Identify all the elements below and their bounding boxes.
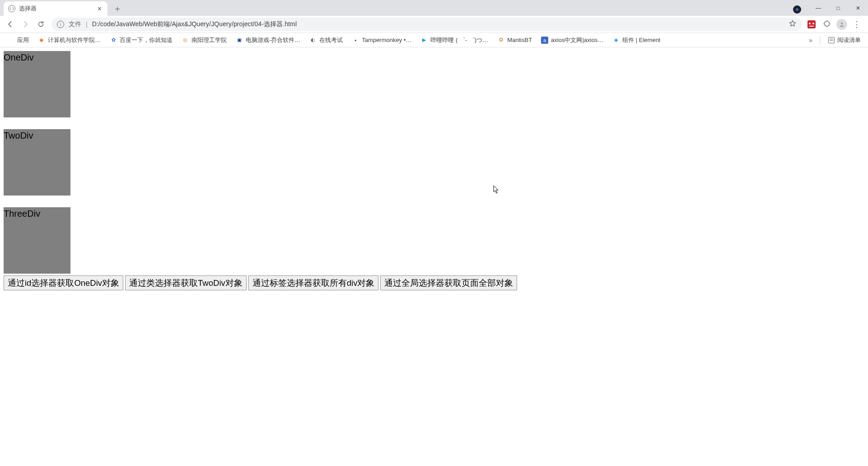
tab-title: 选择器 — [19, 5, 92, 13]
bookmark-label: Tampermonkey •… — [362, 37, 411, 43]
forward-button[interactable] — [18, 17, 33, 32]
person-icon — [838, 21, 845, 28]
close-tab-button[interactable]: ✕ — [96, 5, 103, 12]
bookmark-favicon-icon: ◆ — [612, 37, 620, 44]
window-controls: — □ ✕ — [793, 0, 868, 16]
bookmark-label: axios中文网|axios… — [551, 36, 603, 44]
back-button[interactable] — [3, 17, 17, 32]
bookmark-item[interactable]: a axios中文网|axios… — [537, 34, 607, 46]
bookmark-item[interactable]: ◐ 在线考试 — [306, 34, 346, 46]
browser-tab[interactable]: 选择器 ✕ — [4, 1, 107, 16]
url-separator: | — [86, 21, 88, 28]
svg-point-0 — [841, 22, 843, 24]
bookmark-label: 在线考试 — [319, 36, 343, 44]
extensions-button[interactable] — [821, 19, 833, 30]
account-indicator-icon[interactable] — [793, 5, 801, 14]
one-div: OneDiv — [4, 51, 70, 117]
div-text: TwoDiv — [4, 129, 33, 141]
apps-grid-icon — [7, 37, 14, 44]
select-by-class-button[interactable]: 通过类选择器获取TwoDiv对象 — [125, 275, 247, 290]
site-info-icon[interactable]: i — [57, 21, 64, 28]
three-div: ThreeDiv — [4, 207, 70, 274]
bookmark-label: 百度一下，你就知道 — [120, 36, 173, 44]
div-text: ThreeDiv — [4, 207, 40, 219]
reading-list-label: 阅读清单 — [837, 36, 861, 44]
extension-noscript-button[interactable] — [806, 19, 817, 30]
reading-list-icon — [828, 37, 835, 43]
address-bar[interactable]: i 文件 | D:/code/JavaWeb/Web前端/Ajax&JQuery… — [51, 18, 802, 31]
reading-list-button[interactable]: 阅读清单 — [825, 34, 864, 46]
bookmark-favicon-icon: ✪ — [497, 37, 504, 44]
bookmark-label: 南阳理工学院 — [191, 36, 227, 44]
window-maximize-button[interactable]: □ — [828, 1, 848, 15]
bookmark-favicon-icon: ▪ — [352, 37, 359, 44]
noscript-icon — [807, 20, 816, 28]
bookmark-item[interactable]: ◎ 南阳理工学院 — [178, 34, 230, 46]
url-text: D:/code/JavaWeb/Web前端/Ajax&JQuery/JQuery… — [92, 20, 297, 28]
puzzle-icon — [823, 20, 831, 28]
chrome-menu-button[interactable]: ⋮ — [851, 19, 863, 29]
bookmark-label: 哔哩哔哩 ( ゜- ゜)つ… — [430, 36, 488, 44]
bookmark-label: 电脑游戏-乔合软件… — [246, 36, 300, 44]
window-tabstrip: 选择器 ✕ ＋ — □ ✕ — [0, 0, 868, 16]
globe-icon — [8, 5, 15, 12]
bookmark-favicon-icon: ◐ — [309, 37, 317, 44]
two-div: TwoDiv — [4, 129, 70, 196]
arrow-right-icon — [22, 20, 29, 28]
bookmarks-bar: 应用 ◉ 计算机与软件学院… ✿ 百度一下，你就知道 ◎ 南阳理工学院 ▣ 电脑… — [0, 33, 868, 47]
window-minimize-button[interactable]: — — [808, 1, 828, 15]
button-row: 通过id选择器获取OneDiv对象 通过类选择器获取TwoDiv对象 通过标签选… — [4, 275, 864, 290]
window-close-button[interactable]: ✕ — [848, 1, 868, 15]
bookmark-item[interactable]: ◆ 组件 | Element — [609, 34, 664, 46]
select-by-id-button[interactable]: 通过id选择器获取OneDiv对象 — [4, 275, 123, 290]
new-tab-button[interactable]: ＋ — [111, 2, 124, 15]
toolbar-actions: ⋮ — [806, 19, 865, 30]
bookmark-favicon-icon: ✿ — [110, 37, 117, 44]
bookmark-item[interactable]: ▣ 电脑游戏-乔合软件… — [232, 34, 304, 46]
profile-button[interactable] — [836, 19, 847, 30]
bookmark-item[interactable]: ✿ 百度一下，你就知道 — [106, 34, 176, 46]
bookmark-favicon-icon: ▣ — [236, 37, 243, 44]
reload-icon — [37, 20, 45, 28]
select-by-tag-button[interactable]: 通过标签选择器获取所有div对象 — [248, 275, 379, 290]
bookmark-favicon-icon: ◎ — [182, 37, 189, 44]
bookmark-item[interactable]: ▪ Tampermonkey •… — [348, 35, 415, 46]
bookmark-item[interactable]: ◉ 计算机与软件学院… — [34, 34, 104, 46]
divider — [820, 36, 820, 44]
browser-toolbar: i 文件 | D:/code/JavaWeb/Web前端/Ajax&JQuery… — [0, 16, 868, 33]
bookmark-favicon-icon: a — [541, 37, 548, 44]
star-icon — [789, 19, 797, 28]
select-all-button[interactable]: 通过全局选择器获取页面全部对象 — [380, 275, 517, 290]
arrow-left-icon — [6, 20, 14, 28]
bookmark-apps[interactable]: 应用 — [4, 34, 33, 46]
bookmark-label: 应用 — [17, 36, 29, 44]
div-text: OneDiv — [4, 51, 34, 63]
bookmark-favicon-icon: ▶ — [420, 37, 428, 44]
bookmarks-overflow-button[interactable]: » — [806, 37, 815, 44]
url-scheme-label: 文件 — [69, 20, 81, 28]
bookmark-item[interactable]: ✪ MantisBT — [494, 35, 536, 46]
bookmark-label: MantisBT — [507, 37, 532, 43]
reload-button[interactable] — [33, 17, 48, 32]
bookmark-label: 组件 | Element — [622, 36, 660, 44]
page-viewport: OneDiv TwoDiv ThreeDiv 通过id选择器获取OneDiv对象… — [0, 47, 868, 466]
bookmark-star-button[interactable] — [789, 19, 797, 29]
bookmark-item[interactable]: ▶ 哔哩哔哩 ( ゜- ゜)つ… — [417, 34, 492, 46]
bookmark-favicon-icon: ◉ — [38, 37, 45, 44]
bookmark-label: 计算机与软件学院… — [48, 36, 101, 44]
